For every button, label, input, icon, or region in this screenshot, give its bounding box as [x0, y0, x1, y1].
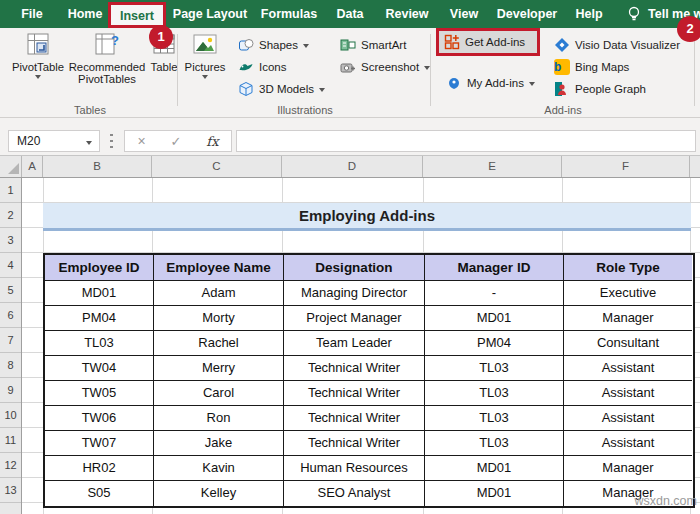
table-cell[interactable]: Ron: [154, 406, 284, 431]
tab-page-layout[interactable]: Page Layout: [172, 0, 248, 28]
row-header[interactable]: 3: [0, 228, 21, 253]
row-header[interactable]: 6: [0, 303, 21, 328]
row-header[interactable]: 11: [0, 428, 21, 453]
table-cell[interactable]: Carol: [154, 381, 284, 406]
table-cell[interactable]: Merry: [154, 356, 284, 381]
table-header-cell[interactable]: Role Type: [564, 255, 692, 281]
table-cell[interactable]: Technical Writer: [284, 381, 425, 406]
bing-maps-button[interactable]: b Bing Maps: [554, 57, 629, 77]
table-cell[interactable]: Executive: [564, 281, 692, 306]
table-cell[interactable]: MD01: [425, 481, 564, 506]
table-cell[interactable]: Technical Writer: [284, 406, 425, 431]
tab-help[interactable]: Help: [570, 0, 608, 28]
table-cell[interactable]: TL03: [425, 431, 564, 456]
screenshot-button[interactable]: Screenshot: [340, 57, 430, 77]
table-cell[interactable]: SEO Analyst: [284, 481, 425, 506]
tab-review[interactable]: Review: [382, 0, 432, 28]
column-header-f[interactable]: F: [562, 156, 690, 177]
table-cell[interactable]: TW06: [45, 406, 154, 431]
smartart-button[interactable]: SmartArt: [340, 35, 406, 55]
table-cell[interactable]: Assistant: [564, 406, 692, 431]
tab-insert[interactable]: Insert 1: [108, 2, 166, 28]
pictures-button[interactable]: Pictures: [182, 31, 228, 79]
row-header[interactable]: 2: [0, 203, 21, 228]
name-box-dropdown-icon[interactable]: [86, 141, 92, 145]
table-header-cell[interactable]: Employee ID: [45, 255, 154, 281]
table-cell[interactable]: Morty: [154, 306, 284, 331]
select-all-corner[interactable]: [0, 156, 22, 177]
pivottable-button[interactable]: PivotTable: [10, 31, 66, 79]
table-cell[interactable]: TW07: [45, 431, 154, 456]
table-cell[interactable]: MD01: [425, 456, 564, 481]
table-cell[interactable]: Assistant: [564, 431, 692, 456]
table-cell[interactable]: Human Resources: [284, 456, 425, 481]
table-cell[interactable]: TL03: [425, 356, 564, 381]
table-cell[interactable]: Technical Writer: [284, 431, 425, 456]
table-cell[interactable]: Jake: [154, 431, 284, 456]
row-header[interactable]: 7: [0, 328, 21, 353]
formula-input[interactable]: [236, 130, 696, 152]
table-cell[interactable]: S05: [45, 481, 154, 506]
worksheet-title-cell[interactable]: Employing Add-ins: [43, 203, 691, 231]
column-header-b[interactable]: B: [43, 156, 152, 177]
row-header[interactable]: 12: [0, 453, 21, 478]
enter-icon[interactable]: ✓: [171, 134, 182, 149]
3d-models-button[interactable]: 3D Models: [238, 79, 325, 99]
table-cell[interactable]: Assistant: [564, 356, 692, 381]
column-header-c[interactable]: C: [152, 156, 282, 177]
table-cell[interactable]: PM04: [45, 306, 154, 331]
tab-developer[interactable]: Developer: [494, 0, 560, 28]
table-cell[interactable]: Technical Writer: [284, 356, 425, 381]
table-cell[interactable]: Assistant: [564, 381, 692, 406]
visio-data-visualizer-button[interactable]: Visio Data Visualizer: [554, 35, 680, 55]
shapes-button[interactable]: Shapes: [238, 35, 309, 55]
row-header[interactable]: 8: [0, 353, 21, 378]
tab-home[interactable]: Home: [62, 0, 108, 28]
table-cell[interactable]: TW04: [45, 356, 154, 381]
insert-function-icon[interactable]: fx: [206, 134, 218, 149]
get-add-ins-button[interactable]: Get Add-ins 2: [436, 28, 540, 56]
column-header-partial[interactable]: [690, 156, 700, 177]
icons-button[interactable]: Icons: [238, 57, 287, 77]
row-header[interactable]: 1: [0, 178, 21, 203]
table-header-cell[interactable]: Designation: [284, 255, 425, 281]
row-header[interactable]: 13: [0, 478, 21, 503]
table-cell[interactable]: Adam: [154, 281, 284, 306]
table-cell[interactable]: -: [425, 281, 564, 306]
recommended-pivottables-button[interactable]: ? Recommended PivotTables: [68, 31, 146, 85]
people-graph-button[interactable]: People Graph: [554, 79, 646, 99]
table-cell[interactable]: TL03: [425, 381, 564, 406]
column-header-d[interactable]: D: [282, 156, 423, 177]
row-header[interactable]: 5: [0, 278, 21, 303]
table-cell[interactable]: TL03: [425, 406, 564, 431]
table-cell[interactable]: Manager: [564, 456, 692, 481]
tab-data[interactable]: Data: [330, 0, 370, 28]
table-header-cell[interactable]: Employee Name: [154, 255, 284, 281]
tab-formulas[interactable]: Formulas: [258, 0, 320, 28]
row-header[interactable]: 10: [0, 403, 21, 428]
table-cell[interactable]: Rachel: [154, 331, 284, 356]
cancel-icon[interactable]: ×: [137, 133, 145, 149]
table-cell[interactable]: Project Manager: [284, 306, 425, 331]
table-cell[interactable]: Manager: [564, 306, 692, 331]
table-cell[interactable]: Managing Director: [284, 281, 425, 306]
row-header[interactable]: 4: [0, 253, 21, 278]
table-cell[interactable]: MD01: [45, 281, 154, 306]
tab-file[interactable]: File: [12, 0, 52, 28]
table-cell[interactable]: PM04: [425, 331, 564, 356]
table-cell[interactable]: Consultant: [564, 331, 692, 356]
row-header[interactable]: 9: [0, 378, 21, 403]
table-cell[interactable]: TW05: [45, 381, 154, 406]
table-cell[interactable]: Team Leader: [284, 331, 425, 356]
table-cell[interactable]: Kelley: [154, 481, 284, 506]
cells-area[interactable]: Employing Add-ins Employee IDEmployee Na…: [22, 178, 700, 514]
table-cell[interactable]: HR02: [45, 456, 154, 481]
column-header-a[interactable]: A: [22, 156, 43, 177]
column-header-e[interactable]: E: [423, 156, 562, 177]
table-cell[interactable]: Kavin: [154, 456, 284, 481]
name-box[interactable]: M20: [8, 130, 100, 152]
table-cell[interactable]: TL03: [45, 331, 154, 356]
tab-view[interactable]: View: [444, 0, 484, 28]
my-add-ins-button[interactable]: My Add-ins: [446, 73, 535, 93]
table-header-cell[interactable]: Manager ID: [425, 255, 564, 281]
